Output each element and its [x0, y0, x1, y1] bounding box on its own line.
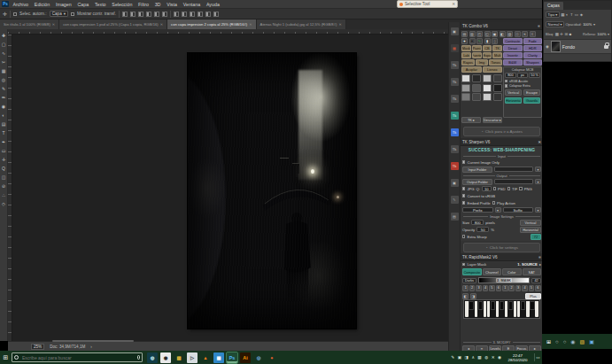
- menu-item[interactable]: Ventana: [180, 0, 203, 9]
- document-tab[interactable]: con capa impresion 2 copia al 25% (RGB/1…: [167, 19, 256, 29]
- tool-icon[interactable]: ✏: [2, 93, 5, 102]
- mcb-button[interactable]: Guarda: [523, 97, 540, 104]
- panel-icon[interactable]: ✎: [451, 196, 459, 204]
- mask-thumbnail[interactable]: [461, 93, 470, 101]
- jpg-checkbox[interactable]: [462, 187, 465, 190]
- paint-tool-icon[interactable]: ✎: [476, 38, 483, 44]
- menu-item[interactable]: Ayuda: [204, 0, 223, 9]
- extra-sharp-checkbox[interactable]: [462, 235, 465, 237]
- combo-bottom-button[interactable]: Descartar ▸: [483, 117, 502, 123]
- paint-tool-icon[interactable]: ▯: [492, 38, 498, 44]
- distribute-icon-5[interactable]: [205, 12, 211, 17]
- mask-thumbnail[interactable]: [483, 93, 492, 101]
- panel-icon[interactable]: Tk: [451, 61, 459, 69]
- close-icon[interactable]: ✕: [452, 2, 455, 6]
- piano-key[interactable]: [475, 301, 477, 317]
- piano-key[interactable]: [517, 301, 520, 317]
- tool-icon[interactable]: ◫: [2, 173, 6, 182]
- taskbar-app-icon[interactable]: ◎: [253, 352, 264, 363]
- panel-icon[interactable]: Tk: [451, 128, 459, 136]
- tk-sharpen-tab[interactable]: TK Sharpen V6 ✕: [461, 138, 543, 146]
- canvas-image[interactable]: [188, 53, 356, 329]
- taskbar-app-icon[interactable]: ▨: [174, 352, 184, 363]
- mask-gradient-strip[interactable]: 2. MASK: [478, 277, 530, 283]
- chevron-down-icon[interactable]: ▾: [495, 207, 501, 213]
- lock-icon[interactable]: ▦: [555, 32, 559, 36]
- tool-icon[interactable]: ✒: [2, 137, 5, 146]
- close-icon[interactable]: ✕: [338, 22, 341, 27]
- checkbox[interactable]: [505, 80, 507, 82]
- panel-icon[interactable]: ▣: [451, 179, 459, 187]
- paint-tool-icon[interactable]: ✦: [461, 38, 468, 44]
- chevron-down-icon[interactable]: ▾: [535, 167, 541, 173]
- mask-thumbnail[interactable]: [472, 74, 481, 82]
- panel-icon[interactable]: ▦: [451, 44, 459, 52]
- close-icon[interactable]: ✕: [52, 22, 55, 27]
- tool-icon[interactable]: ⊘: [2, 182, 5, 190]
- horizontal-button[interactable]: Horizontal: [520, 227, 541, 233]
- tray-icon[interactable]: ▣: [458, 355, 461, 360]
- tray-icon[interactable]: ✕: [492, 355, 495, 360]
- piano-key[interactable]: [521, 301, 525, 310]
- taskbar-icon[interactable]: ⊞: [546, 338, 551, 345]
- taskbar-app-icon[interactable]: ▷: [187, 352, 198, 363]
- taskbar-icon[interactable]: ▨: [580, 338, 585, 345]
- combo-action-button[interactable]: Invertir: [503, 52, 523, 58]
- align-left-icon[interactable]: [122, 12, 128, 17]
- tool-icon[interactable]: ✛: [2, 155, 5, 164]
- piano-key[interactable]: [500, 301, 504, 310]
- mcb-check-row[interactable]: Colapsar Extra: [505, 84, 540, 88]
- filter-icon[interactable]: ◐: [566, 12, 569, 17]
- piano-key[interactable]: [535, 301, 538, 317]
- combo-action-button[interactable]: HDR: [523, 45, 543, 51]
- combo-action-button[interactable]: B&W: [503, 59, 523, 66]
- search-input[interactable]: [20, 354, 136, 361]
- embed-profile-checkbox[interactable]: [462, 201, 465, 204]
- mask-thumbnail[interactable]: [472, 93, 481, 101]
- tool-icon[interactable]: ▤: [2, 120, 6, 128]
- combo-action-button[interactable]: TK: [492, 45, 502, 51]
- mask-number-button[interactable]: 3: [476, 285, 482, 291]
- piano-key[interactable]: [508, 301, 513, 310]
- align-bottom-icon[interactable]: [162, 12, 167, 17]
- mask-thumbnail[interactable]: [483, 74, 492, 82]
- layer-name[interactable]: Fondo: [562, 44, 575, 50]
- size-value[interactable]: 800: [471, 220, 484, 226]
- panel-icon[interactable]: Tk: [451, 95, 459, 103]
- mask-thumbnail[interactable]: [472, 84, 481, 92]
- combo-bottom-button[interactable]: TK ▸: [461, 117, 481, 123]
- tab-capas[interactable]: Capas: [544, 2, 563, 10]
- mask-number-button[interactable]: 6: [535, 285, 541, 291]
- prefix-dropdown[interactable]: Prefix: [462, 207, 493, 213]
- filter-type-dropdown[interactable]: Tipo ▾: [546, 12, 560, 18]
- filter-icon[interactable]: ▦: [561, 12, 564, 17]
- combo-action-button[interactable]: Rayos: [461, 59, 475, 66]
- taskbar-icon[interactable]: ○: [563, 338, 567, 345]
- document-tab[interactable]: con capa impresion 1.psd al 25% (Capa 1 …: [59, 19, 167, 29]
- mask-number-button[interactable]: 4: [522, 285, 528, 291]
- tool-icon[interactable]: ∿: [2, 49, 5, 58]
- combo-tool-icon[interactable]: ▤: [461, 31, 468, 37]
- tool-icon[interactable]: ◇: [2, 199, 5, 208]
- combo-action-button[interactable]: Tonos: [489, 59, 502, 66]
- quality-value[interactable]: 10: [482, 186, 492, 192]
- tray-icon[interactable]: ◍: [484, 355, 488, 360]
- filter-icon[interactable]: T: [570, 12, 573, 17]
- taskbar-clock[interactable]: 22:47 28/10/2020: [508, 353, 528, 362]
- mask-count-chip[interactable]: 42: [531, 278, 541, 283]
- mask-number-button[interactable]: 1: [462, 285, 469, 291]
- taskbar-icon[interactable]: ○: [555, 338, 559, 345]
- mask-number-button[interactable]: 5: [489, 285, 495, 291]
- close-icon[interactable]: ✕: [160, 22, 163, 27]
- layer-mask-checkbox[interactable]: [462, 263, 465, 266]
- piano-key[interactable]: [491, 301, 495, 310]
- menu-item[interactable]: Texto: [92, 0, 109, 9]
- panel-menu-icon[interactable]: ≡: [538, 255, 541, 259]
- close-icon[interactable]: ✕: [538, 140, 541, 144]
- taskbar-search[interactable]: [12, 352, 143, 362]
- piano-key[interactable]: [478, 301, 483, 310]
- chevron-down-icon[interactable]: ▾: [535, 207, 541, 213]
- tool-icon[interactable]: ✚: [2, 31, 5, 40]
- tool-icon[interactable]: ▭: [2, 146, 6, 155]
- mask-number-button[interactable]: 4: [483, 285, 489, 291]
